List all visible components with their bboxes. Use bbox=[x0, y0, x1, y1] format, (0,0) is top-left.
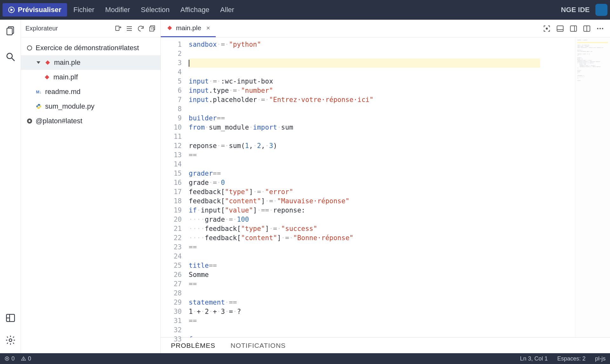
layout-panel-icon[interactable] bbox=[556, 24, 564, 33]
tree-label: main.plf bbox=[53, 73, 78, 81]
tree-label: readme.md bbox=[45, 88, 80, 96]
plf-file-icon bbox=[44, 74, 50, 80]
tab-bar: main.ple × bbox=[161, 20, 610, 37]
refresh-icon[interactable] bbox=[137, 25, 145, 32]
status-language[interactable]: pl-js bbox=[595, 355, 606, 362]
menu-aller[interactable]: Aller bbox=[220, 6, 234, 14]
radio-dot-icon bbox=[27, 118, 32, 124]
file-tree: Exercice de démonstration#latest main.pl… bbox=[21, 37, 160, 131]
ple-file-icon bbox=[44, 59, 51, 66]
preview-label: Prévisualiser bbox=[18, 6, 61, 14]
svg-marker-19 bbox=[167, 26, 172, 30]
svg-point-27 bbox=[597, 28, 598, 29]
svg-rect-1 bbox=[7, 28, 12, 35]
svg-point-28 bbox=[600, 28, 601, 29]
status-indent[interactable]: Espaces: 2 bbox=[557, 355, 586, 362]
settings-gear-icon[interactable] bbox=[5, 335, 16, 346]
tree-main-plf[interactable]: main.plf bbox=[21, 70, 160, 84]
status-warnings-count: 0 bbox=[28, 355, 31, 362]
focus-icon[interactable] bbox=[543, 24, 551, 33]
tree-platon[interactable]: @platon#latest bbox=[21, 114, 160, 128]
sidebar: Explorateur Exercice de démonstration#la… bbox=[21, 20, 161, 353]
status-cursor-position[interactable]: Ln 3, Col 1 bbox=[520, 355, 548, 362]
tab-label: main.ple bbox=[176, 24, 201, 32]
menubar: Prévisualiser Fichier Modifier Sélection… bbox=[0, 0, 610, 20]
status-errors-count: 0 bbox=[11, 355, 15, 362]
menu-selection[interactable]: Sélection bbox=[141, 6, 170, 14]
markdown-file-icon: M↓ bbox=[36, 89, 42, 95]
tree-label: main.ple bbox=[54, 58, 80, 67]
tree-sum-module[interactable]: sum_module.py bbox=[21, 99, 160, 114]
bottom-panel-tabs: PROBLÈMES NOTIFICATIONS bbox=[161, 337, 610, 353]
avatar[interactable] bbox=[595, 4, 607, 16]
play-circle-icon bbox=[8, 7, 15, 13]
more-icon[interactable] bbox=[596, 24, 604, 33]
menu-fichier[interactable]: Fichier bbox=[73, 6, 94, 14]
preview-button[interactable]: Prévisualiser bbox=[3, 3, 67, 17]
code-area[interactable]: sandbox·=·"python"input·=·:wc-input-boxi… bbox=[186, 37, 540, 337]
editor: main.ple × 12345678910111213141516171819… bbox=[161, 20, 610, 353]
python-file-icon bbox=[36, 103, 42, 110]
activity-bar bbox=[0, 20, 21, 353]
line-gutter: 1234567891011121314151617181920212223242… bbox=[161, 37, 186, 337]
brand-label: NGE IDE bbox=[561, 6, 590, 14]
svg-marker-17 bbox=[45, 60, 50, 65]
search-icon[interactable] bbox=[5, 51, 16, 62]
tree-label: @platon#latest bbox=[36, 117, 82, 125]
collapse-all-icon[interactable] bbox=[148, 25, 156, 32]
svg-point-34 bbox=[23, 360, 24, 360]
svg-point-2 bbox=[7, 53, 12, 59]
status-warnings[interactable]: 0 bbox=[21, 355, 31, 362]
layout-icon[interactable] bbox=[5, 313, 16, 323]
tree-main-ple[interactable]: main.ple bbox=[21, 55, 160, 70]
tree-label: sum_module.py bbox=[45, 102, 94, 111]
svg-marker-18 bbox=[45, 75, 49, 79]
chevron-down-icon bbox=[36, 60, 41, 65]
explorer-icon[interactable] bbox=[5, 25, 16, 36]
svg-point-29 bbox=[602, 28, 603, 29]
svg-point-20 bbox=[546, 28, 547, 29]
close-icon[interactable]: × bbox=[206, 24, 210, 32]
svg-rect-8 bbox=[116, 26, 119, 30]
menu-modifier[interactable]: Modifier bbox=[105, 6, 130, 14]
tree-readme[interactable]: M↓ readme.md bbox=[21, 84, 160, 99]
list-icon[interactable] bbox=[125, 25, 133, 32]
sidebar-title: Explorateur bbox=[25, 25, 58, 32]
sidebar-header: Explorateur bbox=[21, 20, 160, 37]
tree-root[interactable]: Exercice de démonstration#latest bbox=[21, 41, 160, 55]
svg-rect-21 bbox=[557, 26, 563, 31]
tab-main-ple[interactable]: main.ple × bbox=[161, 20, 216, 37]
svg-line-3 bbox=[12, 58, 15, 61]
svg-rect-23 bbox=[570, 26, 577, 31]
minimap[interactable]: sandbox = "python" input = :wc-input-box… bbox=[575, 37, 610, 337]
menu-affichage[interactable]: Affichage bbox=[180, 6, 209, 14]
status-bar: 0 0 Ln 3, Col 1 Espaces: 2 pl-js bbox=[0, 353, 610, 364]
radio-open-icon bbox=[27, 45, 32, 51]
status-errors[interactable]: 0 bbox=[4, 355, 15, 362]
svg-point-7 bbox=[9, 339, 12, 342]
split-editor-icon[interactable] bbox=[583, 24, 591, 33]
panel-tab-notifications[interactable]: NOTIFICATIONS bbox=[229, 339, 287, 353]
new-file-icon[interactable] bbox=[114, 25, 122, 32]
tree-root-label: Exercice de démonstration#latest bbox=[36, 44, 139, 52]
ple-file-icon bbox=[166, 25, 173, 31]
layout-sidebar-right-icon[interactable] bbox=[569, 24, 578, 33]
